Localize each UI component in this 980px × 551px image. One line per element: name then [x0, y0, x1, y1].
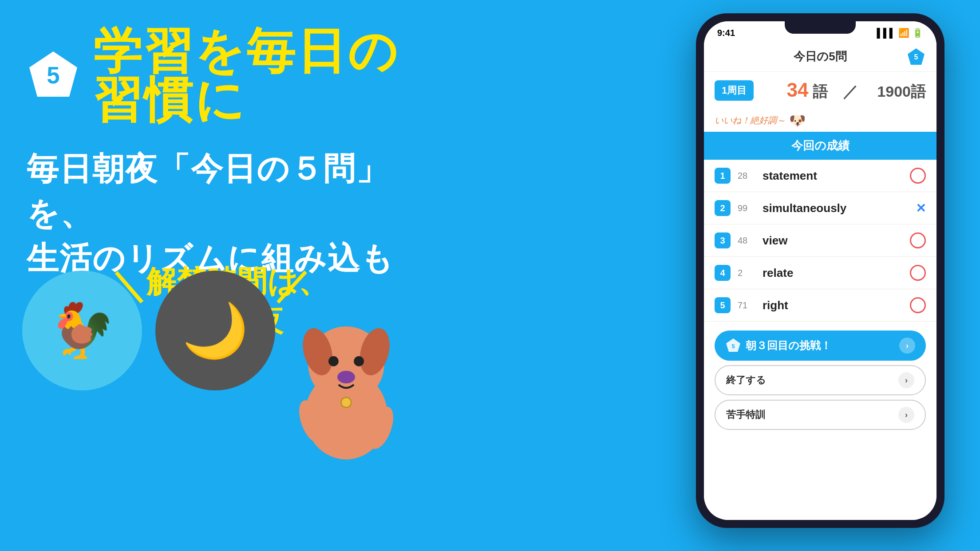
finish-arrow-icon: › — [898, 372, 914, 388]
count-total: 1900語 — [877, 83, 926, 100]
result-item: 4 2 relate — [704, 257, 937, 289]
signal-icon: ▌▌▌ — [877, 28, 896, 38]
result-circle-1 — [910, 168, 926, 184]
item-freq-5: 71 — [738, 300, 755, 311]
item-word-4: relate — [763, 266, 903, 280]
weak-arrow-icon: › — [898, 407, 914, 423]
result-item: 3 48 view — [704, 224, 937, 257]
moon-circle: 🌙 — [155, 271, 275, 390]
finish-label: 終了する — [726, 374, 766, 387]
svg-point-9 — [341, 398, 352, 408]
rooster-circle: 🐓 — [22, 271, 142, 390]
svg-text:5: 5 — [47, 62, 59, 88]
item-number-2: 2 — [715, 200, 731, 216]
result-item: 1 28 statement — [704, 160, 937, 192]
weak-training-button[interactable]: 苦手特訓 › — [715, 400, 926, 430]
result-circle-3 — [910, 232, 926, 248]
status-time: 9:41 — [717, 28, 735, 38]
item-word-3: view — [763, 234, 903, 248]
battery-icon: 🔋 — [912, 28, 923, 38]
item-word-1: statement — [763, 169, 903, 183]
item-freq-3: 48 — [738, 236, 755, 246]
subtitle-line1: 毎日朝夜「今日の５問」を、 — [27, 146, 426, 236]
item-number-3: 3 — [715, 232, 731, 248]
result-circle-4 — [910, 265, 926, 281]
svg-point-6 — [328, 356, 339, 366]
svg-point-7 — [354, 356, 364, 366]
result-item: 2 99 simultaneously ✕ — [704, 192, 937, 224]
step-badge: 5 — [27, 49, 80, 102]
praise-mascot: 🐶 — [789, 113, 806, 128]
title-row: 5 学習を毎日の習慣に — [27, 27, 426, 124]
result-item: 5 71 right — [704, 289, 937, 322]
app-header: 今日の5問 5 — [704, 42, 937, 72]
item-freq-4: 2 — [738, 268, 755, 278]
status-icons: ▌▌▌ 📶 🔋 — [877, 28, 923, 38]
count-current: 34 — [787, 79, 809, 101]
svg-text:5: 5 — [914, 53, 918, 61]
mascot-character — [275, 288, 417, 466]
wifi-icon: 📶 — [898, 28, 909, 38]
item-number-5: 5 — [715, 297, 731, 313]
challenge-label: 朝３回目の挑戦！ — [746, 338, 831, 353]
phone-notch — [785, 21, 856, 34]
phone-shell: 9:41 ▌▌▌ 📶 🔋 今日の5問 5 1周目 34 — [696, 13, 944, 528]
results-header: 今回の成績 — [704, 132, 937, 160]
item-number-4: 4 — [715, 265, 731, 281]
phone-screen: 9:41 ▌▌▌ 📶 🔋 今日の5問 5 1周目 34 — [704, 21, 937, 520]
count-display: 34 語 ／ 1900語 — [787, 79, 926, 102]
item-freq-1: 28 — [738, 171, 755, 181]
challenge-arrow-icon: › — [899, 338, 915, 354]
result-cross-2: ✕ — [916, 201, 926, 216]
results-list: 1 28 statement 2 99 simultaneously ✕ 3 4… — [704, 160, 937, 520]
header-pentagon-badge: 5 — [906, 47, 926, 67]
count-separator: 語 ／ — [813, 83, 873, 100]
round-label: 1周目 — [715, 80, 754, 101]
svg-text:5: 5 — [731, 343, 735, 350]
phone-container: 9:41 ▌▌▌ 📶 🔋 今日の5問 5 1周目 34 — [696, 13, 953, 537]
challenge-button[interactable]: 5 朝３回目の挑戦！ › — [715, 331, 926, 361]
svg-point-8 — [337, 371, 355, 384]
app-header-title: 今日の5問 — [794, 49, 846, 64]
item-word-5: right — [763, 299, 903, 312]
challenge-badge-icon: 5 — [725, 338, 741, 354]
result-circle-5 — [910, 297, 926, 313]
item-word-2: simultaneously — [763, 201, 909, 215]
praise-text: いいね！絶好調～ — [715, 114, 786, 126]
praise-row: いいね！絶好調～ 🐶 — [704, 109, 937, 132]
round-count-row: 1周目 34 語 ／ 1900語 — [704, 72, 937, 109]
finish-button[interactable]: 終了する › — [715, 365, 926, 395]
item-number-1: 1 — [715, 168, 731, 184]
moon-icon: 🌙 — [182, 299, 249, 362]
weak-label: 苦手特訓 — [726, 408, 765, 421]
rooster-icon: 🐓 — [49, 299, 115, 362]
main-title: 学習を毎日の習慣に — [93, 27, 426, 124]
item-freq-2: 99 — [738, 203, 755, 213]
